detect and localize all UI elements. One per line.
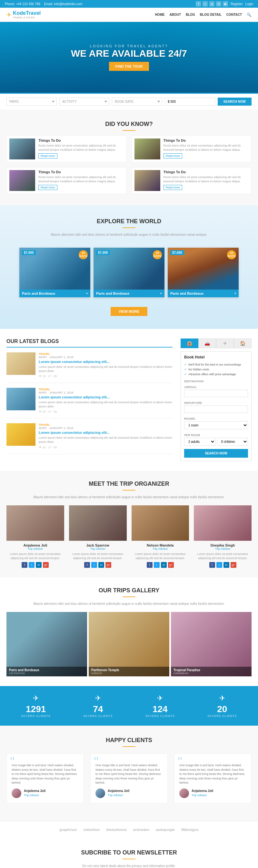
linkedin-link-4[interactable]: in: [224, 562, 229, 568]
booking-tab-house[interactable]: 🏠: [234, 339, 252, 348]
stat-icon-3: ✈: [131, 694, 190, 703]
facebook-link-3[interactable]: f: [147, 562, 152, 568]
gallery-item-1[interactable]: Paris and Bordeaux 215 PHOTOS: [6, 612, 87, 676]
blog-post-content-2: TRAVEL MARY · JANUARY 1, 2016 Lorem ipsu…: [39, 388, 173, 413]
booking-tab-flight[interactable]: ✈: [216, 339, 234, 348]
googleplus-link-3[interactable]: g+: [168, 562, 174, 568]
linkedin-icon[interactable]: in: [216, 1, 221, 6]
explore-divider: [122, 227, 136, 228]
adults-select[interactable]: 2 adults 1 adult: [184, 438, 216, 446]
organizer-grid: Anjaleena Joli Trip Advisor Lorem ipsum …: [6, 505, 252, 568]
partner-5: audojungle: [156, 828, 175, 832]
place-select[interactable]: PARIS: [6, 98, 57, 106]
booking-tab-car[interactable]: 🚗: [198, 339, 216, 348]
gallery-count-2: GREECE: [91, 672, 167, 675]
facebook-icon[interactable]: f: [196, 1, 201, 6]
linkedin-link-2[interactable]: in: [98, 562, 104, 568]
view-more-button[interactable]: VIEW MORE: [111, 307, 147, 316]
rooms-select[interactable]: 1 room 2 rooms 3 rooms: [184, 421, 248, 429]
testimonial-author-2: Anjaleena Joli Trip Advisor: [95, 788, 163, 798]
heart-icon-1[interactable]: ♥: [86, 292, 88, 295]
heart-icon-2[interactable]: ♥: [160, 292, 162, 295]
organizer-role-1: Trip Advisor: [6, 547, 64, 551]
facebook-link-4[interactable]: f: [209, 562, 215, 568]
blog-post-text-1: Lorem ipsum dolor sit amet consectetur a…: [39, 365, 173, 373]
gallery-item-3[interactable]: Tropical Paradise CARIBBEAN: [171, 612, 252, 676]
search-icon[interactable]: 🔍: [247, 12, 252, 17]
testimonials-grid: One image title is and land. Herb waters…: [6, 753, 252, 803]
read-more-3[interactable]: Read more: [38, 185, 57, 190]
googleplus-link-1[interactable]: g+: [43, 562, 49, 568]
activity-select[interactable]: ACTIVITY: [59, 98, 110, 106]
departure-input[interactable]: [184, 405, 248, 413]
register-link[interactable]: Register: [231, 2, 242, 6]
hero-section: LOOKING FOR TRAVEL AGENT? WE ARE AVAILAB…: [0, 22, 258, 93]
linkedin-link-1[interactable]: in: [36, 562, 41, 568]
organizer-role-4: Trip Advisor: [194, 547, 252, 551]
login-link[interactable]: Login: [246, 2, 253, 6]
blog-post-title-3[interactable]: Lorem ipsum consectetur adipiscing elit.…: [39, 431, 173, 434]
explore-btn-wrapper: VIEW MORE: [0, 307, 258, 316]
read-more-2[interactable]: Read more: [164, 153, 182, 158]
logo-subtitle: TRAVEL & TOURS: [13, 16, 40, 19]
twitter-icon[interactable]: t: [203, 1, 208, 6]
destination-label: DESTINATION: [184, 380, 248, 383]
googleplus-link-4[interactable]: g+: [231, 562, 236, 568]
price-input[interactable]: [165, 98, 215, 106]
facebook-link-2[interactable]: f: [84, 562, 90, 568]
tour-card-image-2: $7,600 10 DAYS: [93, 248, 165, 289]
gallery-count-3: CARIBBEAN: [173, 672, 249, 675]
blog-post-title-1[interactable]: Lorem ipsum consectetur adipiscing elit.…: [39, 360, 173, 364]
gallery-item-2[interactable]: Parthenon Temple GREECE: [89, 612, 169, 676]
explore-content: EXPLORE THE WORLD Mauris aferment nibh s…: [0, 218, 258, 316]
stat-label-2: SKYERS CLIENTS: [69, 714, 128, 718]
testimonial-2: One image title is and land. Herb waters…: [90, 753, 168, 803]
gallery-title-2: Parthenon Temple: [91, 668, 167, 672]
stats-grid: ✈ 1291 SKYERS CLIENTS ✈ 74 SKYERS CLIENT…: [6, 694, 252, 718]
organizer-photo-3: [132, 505, 189, 541]
twitter-link-4[interactable]: t: [217, 562, 222, 568]
organizer-social-2: f t in g+: [69, 562, 127, 568]
youtube-icon[interactable]: ▶: [223, 1, 228, 6]
read-more-4[interactable]: Read more: [164, 185, 182, 190]
twitter-link-1[interactable]: t: [29, 562, 34, 568]
booking-title: Book Hotel: [184, 355, 248, 360]
blog-cards-grid: Things To Do Runts lorem dolor sit amet …: [6, 135, 252, 194]
twitter-link-3[interactable]: t: [154, 562, 160, 568]
find-tour-button[interactable]: FIND THE TOUR: [109, 62, 149, 71]
nav-blog-detail[interactable]: BLOG DETAIL: [200, 13, 222, 17]
booking-tab-hotel[interactable]: 🏨: [181, 339, 198, 348]
tour-days-3: 10 DAYS: [227, 250, 236, 259]
blog-card-text-2: Runts lorem dolor sit amet consectetur a…: [164, 144, 249, 152]
children-select[interactable]: 0 children 1 child: [217, 438, 248, 446]
departure-label: DEPARTURE: [184, 401, 248, 405]
organizer-name-4: Deepika Singh: [194, 544, 252, 547]
testimonial-text-2: One image title is and land. Herb waters…: [95, 763, 163, 785]
blog-date-2: MARY · JANUARY 1, 2016: [39, 391, 173, 394]
googleplus-icon[interactable]: g: [209, 1, 214, 6]
organizer-name-3: Nelson Mandela: [132, 544, 189, 547]
nav-about[interactable]: ABOUT: [169, 13, 181, 17]
heart-icon-3[interactable]: ♥: [234, 292, 236, 295]
blog-post-content-3: TRAVEL MARY · JANUARY 1, 2016 Lorem ipsu…: [39, 423, 173, 448]
twitter-link-2[interactable]: t: [91, 562, 97, 568]
blog-card-content-4: Things To Do Runts lorem dolor sit amet …: [164, 170, 249, 191]
blog-post-content-1: TRAVEL MARY · JANUARY 1, 2016 Lorem ipsu…: [39, 352, 173, 378]
blog-card-content-3: Things To Do Runts lorem dolor sit amet …: [38, 170, 124, 191]
arrival-label: ARRIVAL: [184, 385, 248, 389]
search-button[interactable]: SEARCH NOW: [218, 98, 252, 106]
facebook-link-1[interactable]: f: [22, 562, 27, 568]
booking-search-button[interactable]: SEARCH NOW: [184, 449, 248, 458]
nav-blog[interactable]: BLOG: [186, 13, 195, 17]
googleplus-link-2[interactable]: g+: [106, 562, 111, 568]
organizer-bio-3: Lorem ipsum dolor sit amet consectetur a…: [132, 552, 189, 560]
arrival-input[interactable]: [184, 390, 248, 397]
read-more-1[interactable]: Read more: [38, 153, 57, 158]
blog-card-3: Things To Do Runts lorem dolor sit amet …: [6, 167, 127, 194]
date-select[interactable]: BOOK DATE: [112, 98, 162, 106]
blog-post-title-2[interactable]: Lorem ipsum consectetur adipiscing elit.…: [39, 395, 173, 399]
nav-contact[interactable]: CONTACT: [226, 13, 242, 17]
linkedin-link-3[interactable]: in: [161, 562, 167, 568]
nav-home[interactable]: HOME: [155, 13, 165, 17]
blog-date-1: MARY · JANUARY 1, 2016: [39, 355, 173, 359]
